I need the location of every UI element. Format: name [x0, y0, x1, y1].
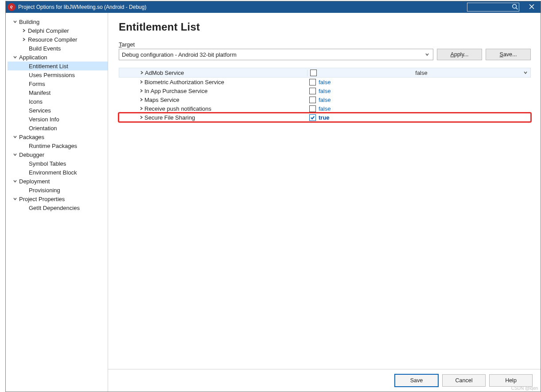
sidebar-item-label: Delphi Compiler — [27, 27, 69, 34]
sidebar-group-label: Packages — [18, 134, 44, 140]
sidebar-item-label: Version Info — [28, 116, 59, 123]
sidebar-group[interactable]: Packages — [8, 132, 108, 141]
app-icon: ୧ — [8, 3, 16, 11]
chevron-icon — [12, 151, 18, 158]
target-label: Target — [119, 41, 531, 48]
checkbox[interactable] — [310, 70, 317, 76]
sidebar-item[interactable]: Provisioning — [8, 186, 108, 194]
titlebar-search-input[interactable] — [467, 3, 519, 12]
chevron-icon — [12, 178, 18, 184]
sidebar-item-label: Build Events — [28, 45, 61, 52]
entitlement-value-cell[interactable]: false — [307, 70, 530, 76]
entitlement-name: Maps Service — [144, 97, 179, 103]
entitlement-row[interactable]: Secure File Sharingtrue — [119, 113, 531, 122]
entitlement-value-cell[interactable]: false — [307, 97, 531, 103]
entitlement-value-cell[interactable]: false — [307, 105, 531, 112]
sidebar-item-label: Forms — [28, 81, 45, 87]
window-title: Project Options for libJWMeeting.so (And… — [18, 4, 146, 10]
sidebar-item[interactable]: Entitlement List — [8, 62, 108, 70]
chevron-icon — [138, 97, 144, 102]
sidebar-item-label: Entitlement List — [28, 63, 68, 70]
entitlement-value: false — [415, 70, 427, 76]
svg-point-0 — [513, 4, 517, 8]
sidebar-item[interactable]: Environment Block — [8, 168, 108, 177]
checkbox[interactable] — [309, 79, 316, 85]
entitlement-name: Biometric Authorization Service — [144, 79, 224, 85]
entitlement-row[interactable]: Receive push notificationsfalse — [119, 104, 531, 113]
sidebar-item-label: Resource Compiler — [27, 36, 77, 43]
sidebar-group-label: Application — [18, 54, 47, 61]
sidebar-item[interactable]: Uses Permissions — [8, 70, 108, 79]
sidebar-item[interactable]: Forms — [8, 79, 108, 88]
entitlement-row[interactable]: Biometric Authorization Servicefalse — [119, 78, 531, 86]
chevron-icon — [21, 36, 27, 43]
sidebar-item-label: Orientation — [28, 125, 57, 132]
chevron-icon — [21, 27, 27, 34]
target-select-value: Debug configuration - Android 32-bit pla… — [122, 51, 237, 58]
sidebar-group-label: Project Properties — [18, 196, 65, 202]
cancel-button[interactable]: Cancel — [442, 374, 486, 387]
chevron-down-icon — [523, 70, 528, 76]
entitlement-value: false — [319, 97, 331, 103]
sidebar-item-label: GetIt Dependencies — [28, 205, 80, 211]
sidebar-item[interactable]: Manifest — [8, 88, 108, 97]
chevron-icon — [12, 134, 18, 140]
chevron-icon — [12, 19, 18, 25]
sidebar-item[interactable]: Build Events — [8, 44, 108, 53]
dialog-footer: Save Cancel Help — [108, 369, 541, 392]
sidebar-item[interactable]: Services — [8, 106, 108, 115]
sidebar-item-label: Services — [28, 107, 51, 114]
target-select[interactable]: Debug configuration - Android 32-bit pla… — [119, 49, 433, 60]
sidebar-item[interactable]: Icons — [8, 97, 108, 106]
checkbox[interactable] — [309, 114, 316, 121]
chevron-icon — [138, 106, 144, 111]
save-config-button[interactable]: Save... — [486, 49, 531, 60]
sidebar-item-label: Icons — [28, 98, 43, 105]
checkbox[interactable] — [309, 105, 316, 112]
sidebar-group[interactable]: Building — [8, 17, 108, 26]
sidebar-group-label: Debugger — [18, 151, 44, 158]
sidebar-group[interactable]: Debugger — [8, 150, 108, 159]
sidebar-item[interactable]: Runtime Packages — [8, 141, 108, 150]
title-bar: ୧ Project Options for libJWMeeting.so (A… — [6, 1, 541, 13]
svg-line-1 — [516, 8, 518, 9]
sidebar-item[interactable]: GetIt Dependencies — [8, 203, 108, 212]
checkbox[interactable] — [309, 97, 316, 103]
chevron-icon — [12, 196, 18, 202]
entitlement-name: Receive push notifications — [144, 105, 211, 112]
search-icon — [512, 4, 518, 11]
entitlement-value: true — [319, 114, 330, 121]
checkbox[interactable] — [309, 88, 316, 94]
sidebar-item[interactable]: Resource Compiler — [8, 35, 108, 44]
entitlement-value-cell[interactable]: false — [307, 88, 531, 94]
chevron-icon — [138, 89, 144, 93]
sidebar-group[interactable]: Application — [8, 53, 108, 62]
entitlement-row[interactable]: Maps Servicefalse — [119, 95, 531, 104]
sidebar-item-label: Runtime Packages — [28, 143, 77, 149]
sidebar-item[interactable]: Orientation — [8, 124, 108, 132]
sidebar-group[interactable]: Project Properties — [8, 194, 108, 203]
chevron-down-icon — [425, 51, 430, 58]
entitlement-name: Secure File Sharing — [144, 114, 195, 121]
help-button[interactable]: Help — [489, 374, 533, 387]
entitlement-value: false — [319, 105, 331, 112]
sidebar-tree[interactable]: BuildingDelphi CompilerResource Compiler… — [6, 13, 108, 392]
entitlement-name: In App Purchase Service — [144, 88, 207, 94]
sidebar-item[interactable]: Version Info — [8, 115, 108, 124]
entitlement-row[interactable]: In App Purchase Servicefalse — [119, 86, 531, 95]
save-button[interactable]: Save — [394, 374, 439, 387]
sidebar-group-label: Deployment — [18, 178, 50, 185]
chevron-icon — [138, 115, 144, 120]
sidebar-item[interactable]: Delphi Compiler — [8, 26, 108, 35]
chevron-icon — [12, 54, 18, 60]
sidebar-group[interactable]: Deployment — [8, 177, 108, 186]
entitlement-value: false — [319, 79, 331, 85]
close-button[interactable] — [523, 1, 541, 13]
chevron-icon — [138, 80, 144, 84]
sidebar-item[interactable]: Symbol Tables — [8, 159, 108, 168]
entitlement-row[interactable]: AdMob Servicefalse — [119, 68, 531, 78]
sidebar-item-label: Symbol Tables — [28, 160, 66, 167]
apply-button[interactable]: Apply... — [437, 49, 482, 60]
entitlement-value-cell[interactable]: true — [307, 114, 531, 121]
entitlement-value-cell[interactable]: false — [307, 79, 531, 85]
